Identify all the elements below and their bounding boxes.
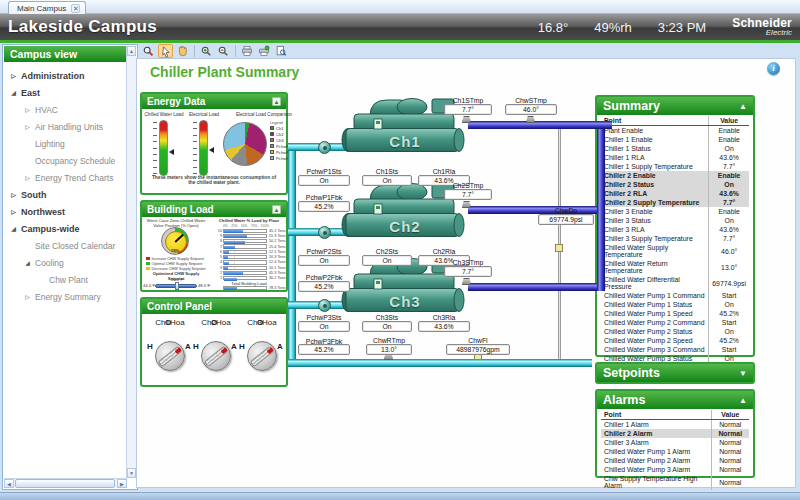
hoa-switch-ch3hoa[interactable]: HOACh3Hoa bbox=[240, 318, 284, 371]
hoa-switch-ch1hoa[interactable]: HOACh1Hoa bbox=[148, 318, 192, 371]
table-row[interactable]: Chiller 3 StatusOn bbox=[601, 216, 749, 225]
info-icon[interactable]: i bbox=[767, 62, 780, 75]
table-row[interactable]: Chw Supply Temperature High AlarmNormal bbox=[601, 474, 749, 490]
table-row[interactable]: Chiller 1 Supply Temperature7.7° bbox=[601, 162, 749, 171]
table-row[interactable]: Plant EnableEnable bbox=[601, 126, 749, 136]
slider-thumb[interactable] bbox=[175, 282, 179, 290]
pchwp2fbk-value[interactable]: 45.2% bbox=[298, 281, 350, 292]
chwfl-value[interactable]: 48987976gpm bbox=[446, 344, 510, 355]
chw-pump-2[interactable] bbox=[318, 226, 331, 239]
zoom-in-icon[interactable] bbox=[199, 44, 214, 58]
table-row[interactable]: Chiller 3 AlarmNormal bbox=[601, 438, 749, 447]
sidebar-item-administration[interactable]: ▷Administration bbox=[5, 67, 123, 84]
table-row[interactable]: Chiller 2 AlarmNormal bbox=[601, 429, 749, 438]
select-icon[interactable] bbox=[158, 44, 173, 58]
pan-icon[interactable] bbox=[175, 44, 190, 58]
sidebar-item-cooling[interactable]: ◢Cooling bbox=[5, 254, 123, 271]
table-row[interactable]: Chilled Water Pump 1 Speed45.2% bbox=[601, 309, 749, 318]
knob-dial[interactable] bbox=[201, 341, 231, 371]
ch1-stmp-value[interactable]: 7.7° bbox=[444, 104, 492, 115]
table-row[interactable]: Chilled Water Return Temperature13.0° bbox=[601, 259, 749, 275]
table-row[interactable]: Chilled Water Pump 1 CommandStart bbox=[601, 291, 749, 300]
print-preview-icon[interactable] bbox=[274, 44, 289, 58]
tree-collapsed-icon[interactable]: ▷ bbox=[23, 106, 32, 113]
pchwp1fbk-value[interactable]: 45.2% bbox=[298, 201, 350, 212]
table-row[interactable]: Chiller 2 RLA43.6% bbox=[601, 189, 749, 198]
sidebar-item-hvac[interactable]: ▷HVAC bbox=[5, 101, 123, 118]
collapse-icon[interactable]: ▲ bbox=[739, 396, 747, 405]
tree-collapsed-icon[interactable]: ▷ bbox=[9, 208, 18, 215]
hoa-switch-ch2hoa[interactable]: HOACh2Hoa bbox=[194, 318, 238, 371]
sidebar-item-campus-wide[interactable]: ◢Campus-wide bbox=[5, 220, 123, 237]
ch2sts-value[interactable]: On bbox=[362, 255, 412, 266]
print-setup-icon[interactable] bbox=[257, 44, 272, 58]
scrollbar-thumb[interactable] bbox=[15, 479, 115, 488]
table-row[interactable]: Chiller 3 Supply Temperature7.7° bbox=[601, 234, 749, 243]
tree-expanded-icon[interactable]: ◢ bbox=[9, 225, 18, 232]
setpoint-slider[interactable] bbox=[155, 284, 197, 288]
tree-collapsed-icon[interactable]: ▷ bbox=[23, 293, 32, 300]
table-row[interactable]: Chilled Water Pump 3 AlarmNormal bbox=[601, 465, 749, 474]
ch2-stmp-value[interactable]: 7.7° bbox=[444, 189, 492, 200]
scroll-up-icon[interactable]: ▲ bbox=[127, 46, 136, 56]
scroll-left-icon[interactable]: ◀ bbox=[4, 479, 14, 488]
tree-collapsed-icon[interactable]: ▷ bbox=[23, 123, 32, 130]
table-row[interactable]: Chilled Water Pump 3 CommandStart bbox=[601, 345, 749, 354]
table-row[interactable]: Chilled Water Pump 2 Speed45.2% bbox=[601, 336, 749, 345]
sidebar-item-south[interactable]: ▷South bbox=[5, 186, 123, 203]
sidebar-item-air-handling-units[interactable]: ▷Air Handling Units bbox=[5, 118, 123, 135]
sidebar-horizontal-scrollbar[interactable]: ◀ ▶ bbox=[4, 478, 127, 488]
knob-dial[interactable] bbox=[247, 341, 277, 371]
chw-pump-3[interactable] bbox=[318, 299, 331, 312]
sidebar-item-energy-trend-charts[interactable]: ▷Energy Trend Charts bbox=[5, 169, 123, 186]
sidebar-item-occupancy-schedule[interactable]: Occupancy Schedule bbox=[5, 152, 123, 169]
sidebar-item-chw-plant[interactable]: Chw Plant bbox=[5, 271, 123, 288]
sidebar-item-lighting[interactable]: Lighting bbox=[5, 135, 123, 152]
table-row[interactable]: Chiller 1 EnableEnable bbox=[601, 135, 749, 144]
sidebar-item-energy-summary[interactable]: ▷Energy Summary bbox=[5, 288, 123, 305]
scroll-down-icon[interactable]: ▼ bbox=[127, 468, 136, 478]
table-row[interactable]: Chiller 2 StatusOn bbox=[601, 180, 749, 189]
tab-main-campus[interactable]: Main Campus ✕ bbox=[8, 1, 86, 14]
pchwp3sts-value[interactable]: On bbox=[298, 321, 350, 332]
table-row[interactable]: Chilled Water Supply Temperature46.0° bbox=[601, 243, 749, 259]
chw-pump-1[interactable] bbox=[318, 141, 331, 154]
sidebar-vertical-scrollbar[interactable]: ▲ ▼ bbox=[126, 46, 136, 478]
ch3sts-value[interactable]: On bbox=[362, 321, 412, 332]
table-row[interactable]: Chiller 2 Supply Temperature7.7° bbox=[601, 198, 749, 207]
table-row[interactable]: Chiller 3 EnableEnable bbox=[601, 207, 749, 216]
sidebar-item-site-closed-calendar[interactable]: Site Closed Calendar bbox=[5, 237, 123, 254]
pchwp2sts-value[interactable]: On bbox=[298, 255, 350, 266]
chwdp-value[interactable]: 69774.9psi bbox=[538, 214, 594, 225]
table-row[interactable]: Chilled Water Pump 1 StatusOn bbox=[601, 300, 749, 309]
tab-close-icon[interactable]: ✕ bbox=[71, 4, 80, 13]
print-icon[interactable] bbox=[240, 44, 255, 58]
ch1sts-value[interactable]: On bbox=[362, 175, 412, 186]
table-row[interactable]: Chiller 3 RLA43.6% bbox=[601, 225, 749, 234]
ch3rla-value[interactable]: 43.6% bbox=[418, 321, 470, 332]
knob-dial[interactable] bbox=[155, 341, 185, 371]
tree-collapsed-icon[interactable]: ▷ bbox=[9, 191, 18, 198]
pchwp1sts-value[interactable]: On bbox=[298, 175, 350, 186]
table-row[interactable]: Chilled Water Pump 1 AlarmNormal bbox=[601, 447, 749, 456]
table-row[interactable]: Chiller 1 StatusOn bbox=[601, 144, 749, 153]
sidebar-item-east[interactable]: ◢East bbox=[5, 84, 123, 101]
expand-icon[interactable]: ▼ bbox=[739, 369, 747, 378]
collapse-icon[interactable]: ▲ bbox=[739, 102, 747, 111]
pchwp3fbk-value[interactable]: 45.2% bbox=[298, 344, 350, 355]
tree-expanded-icon[interactable]: ◢ bbox=[23, 259, 32, 266]
search-icon[interactable] bbox=[141, 44, 156, 58]
table-row[interactable]: Chiller 2 EnableEnable bbox=[601, 171, 749, 180]
table-row[interactable]: Chilled Water Pump 2 CommandStart bbox=[601, 318, 749, 327]
table-row[interactable]: Chiller 1 RLA43.6% bbox=[601, 153, 749, 162]
zoom-out-icon[interactable] bbox=[216, 44, 231, 58]
ch3-stmp-value[interactable]: 7.7° bbox=[444, 266, 492, 277]
collapse-icon[interactable]: ▲ bbox=[272, 205, 281, 214]
chwstmp-value[interactable]: 46.0° bbox=[505, 104, 557, 115]
table-row[interactable]: Chiller 1 AlarmNormal bbox=[601, 420, 749, 430]
table-row[interactable]: Chilled Water Pump 2 StatusOn bbox=[601, 327, 749, 336]
table-row[interactable]: Chilled Water Differential Pressure69774… bbox=[601, 275, 749, 291]
tree-expanded-icon[interactable]: ◢ bbox=[9, 89, 18, 96]
tree-collapsed-icon[interactable]: ▷ bbox=[23, 174, 32, 181]
table-row[interactable]: Chilled Water Pump 2 AlarmNormal bbox=[601, 456, 749, 465]
